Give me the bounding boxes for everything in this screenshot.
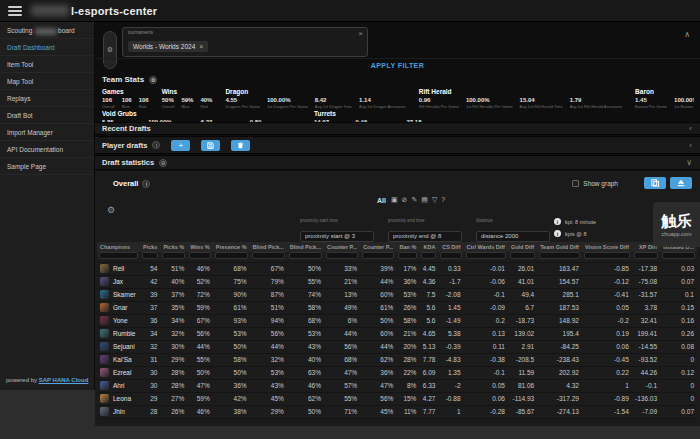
- tab-overall[interactable]: Overall i: [113, 179, 150, 188]
- sidebar-item[interactable]: Draft Bot: [0, 107, 94, 124]
- sidebar-item[interactable]: Item Tool: [0, 56, 94, 73]
- sidebar-item[interactable]: Map Tool: [0, 73, 94, 90]
- column-header[interactable]: Gold Diff: [508, 242, 537, 252]
- column-filter-input[interactable]: [215, 252, 248, 259]
- column-filter-input[interactable]: [99, 252, 138, 259]
- column-header[interactable]: KDA: [419, 242, 438, 252]
- table-row[interactable]: Ahri3028%47%36%43%46%57%47%8%6.33-20.058…: [97, 379, 697, 392]
- column-header[interactable]: Champions: [97, 242, 140, 252]
- stat-cell: -0.89: [582, 392, 632, 405]
- add-draft-button[interactable]: +: [171, 140, 190, 151]
- table-row[interactable]: Ezreal3028%50%50%53%63%47%36%22%6.091.35…: [97, 366, 697, 379]
- column-header[interactable]: Counter P...: [360, 242, 396, 252]
- column-filter-input[interactable]: [252, 252, 285, 259]
- funnel-icon[interactable]: ▽: [432, 196, 437, 204]
- sidebar-item[interactable]: Draft Dashboard: [0, 39, 94, 56]
- column-filter-input[interactable]: [662, 252, 695, 259]
- column-header[interactable]: Team Gold Diff: [537, 242, 582, 252]
- column-filter-input[interactable]: [421, 252, 436, 259]
- column-header[interactable]: Presence %: [213, 242, 250, 252]
- column-filter-input[interactable]: [189, 252, 211, 259]
- show-graph-checkbox[interactable]: [572, 180, 579, 187]
- help-icon[interactable]: ?: [441, 196, 445, 204]
- table-row[interactable]: Rell5451%46%68%67%50%33%39%17%4.450.33-0…: [97, 262, 697, 275]
- sidebar-item[interactable]: Replays: [0, 90, 94, 107]
- column-filter-input[interactable]: [326, 252, 358, 259]
- chevron-down-icon[interactable]: ∨: [686, 158, 692, 167]
- clear-tournaments-icon[interactable]: ×: [358, 29, 363, 38]
- chevron-left-icon[interactable]: ‹: [689, 124, 692, 133]
- column-filter-input[interactable]: [440, 252, 461, 259]
- column-header[interactable]: Blind Pick...: [250, 242, 287, 252]
- table-row[interactable]: Leona2927%59%42%45%62%55%56%15%4.27-0.88…: [97, 392, 697, 405]
- column-filter-input[interactable]: [289, 252, 322, 259]
- info-icon[interactable]: i: [554, 218, 561, 225]
- table-row[interactable]: Jhin2826%46%38%29%50%71%45%11%7.771-0.28…: [97, 405, 697, 418]
- sidebar-item[interactable]: Import Manager: [0, 124, 94, 141]
- table-row[interactable]: Yone3634%67%93%94%68%6%50%58%5.6-1.490.2…: [97, 314, 697, 327]
- apply-filter-button[interactable]: APPLY FILTER: [371, 62, 424, 69]
- ban-icon[interactable]: ⊘: [402, 196, 408, 204]
- table-row[interactable]: Jax4240%52%75%79%55%21%44%36%4.36-1.7-0.…: [97, 275, 697, 288]
- column-filter-input[interactable]: [634, 252, 658, 259]
- column-header[interactable]: Blind Pick...: [287, 242, 324, 252]
- stat-cell: 71%: [324, 405, 360, 418]
- save-draft-button[interactable]: [201, 140, 220, 151]
- column-filter-input[interactable]: [510, 252, 535, 259]
- table-row[interactable]: Rumble3432%56%53%56%53%44%60%21%4.655.38…: [97, 327, 697, 340]
- column-header[interactable]: Picks %: [160, 242, 187, 252]
- copy-stats-button[interactable]: [644, 177, 666, 189]
- hamburger-menu-icon[interactable]: [8, 6, 22, 16]
- distance-input[interactable]: [476, 231, 550, 242]
- column-header[interactable]: Picks: [140, 242, 161, 252]
- proximity-end-input[interactable]: [388, 231, 462, 242]
- table-row[interactable]: Gnar3735%59%61%51%58%49%61%26%5.61.45-0.…: [97, 301, 697, 314]
- stat-cell: -2.08: [438, 288, 463, 301]
- draft-statistics-settings-icon[interactable]: ⚙: [159, 159, 167, 167]
- column-header[interactable]: CS Diff: [438, 242, 463, 252]
- column-filter-input[interactable]: [466, 252, 506, 259]
- overall-info-icon[interactable]: i: [142, 180, 150, 188]
- column-header[interactable]: Ban %: [396, 242, 419, 252]
- column-filter-input[interactable]: [398, 252, 417, 259]
- draft-statistics-bar[interactable]: Draft statistics ⚙ ∨: [95, 155, 700, 170]
- champion-avatar: [100, 394, 109, 403]
- chevron-left-icon[interactable]: ‹: [689, 141, 692, 150]
- column-header[interactable]: Counter P...: [324, 242, 360, 252]
- export-stats-button[interactable]: [670, 177, 692, 189]
- notes-icon[interactable]: ▤: [421, 196, 428, 204]
- stat-metric: 1.45Barons Per Game: [635, 97, 667, 109]
- table-row[interactable]: Skarner3937%72%90%87%74%13%60%53%7.5-2.0…: [97, 288, 697, 301]
- team-stats-settings-icon[interactable]: ⚙: [149, 76, 157, 84]
- column-filter-input[interactable]: [539, 252, 580, 259]
- player-drafts-info-icon[interactable]: i: [152, 141, 160, 149]
- show-graph-toggle[interactable]: Show graph: [572, 180, 618, 187]
- grid-icon[interactable]: ▣: [391, 196, 398, 204]
- column-header[interactable]: Ctrl Wards Diff: [464, 242, 508, 252]
- panel-settings-gear-icon[interactable]: ⚙: [107, 205, 115, 215]
- sap-hana-cloud-link[interactable]: SAP HANA Cloud: [39, 377, 89, 383]
- collapse-filter-icon[interactable]: ∧: [684, 30, 690, 39]
- column-filter-input[interactable]: [162, 252, 185, 259]
- tournaments-multiselect[interactable]: tournaments Worlds - Worlds 2024 × ×: [122, 27, 368, 57]
- sidebar-item[interactable]: Sample Page: [0, 158, 94, 175]
- chip-remove-icon[interactable]: ×: [199, 43, 203, 50]
- table-row[interactable]: Sejuani3230%44%50%44%43%56%44%20%5.13-0.…: [97, 340, 697, 353]
- delete-draft-button[interactable]: [231, 140, 250, 151]
- column-filter-input[interactable]: [584, 252, 630, 259]
- sidebar-item[interactable]: Scouting board: [0, 22, 94, 39]
- proximity-start-input[interactable]: [300, 231, 374, 242]
- player-drafts-bar[interactable]: Player drafts i + ‹: [95, 136, 700, 154]
- info-icon[interactable]: i: [554, 230, 561, 237]
- column-filter-input[interactable]: [362, 252, 394, 259]
- tournament-chip[interactable]: Worlds - Worlds 2024 ×: [128, 41, 208, 52]
- topbar: l-esports-center: [0, 0, 700, 22]
- column-header[interactable]: Wins %: [187, 242, 213, 252]
- table-row[interactable]: Kai'Sa3129%55%58%32%40%68%62%28%7.78-4.8…: [97, 353, 697, 366]
- column-header[interactable]: Vision Score Diff: [582, 242, 632, 252]
- column-filter-input[interactable]: [142, 252, 159, 259]
- recent-drafts-bar[interactable]: Recent Drafts ‹: [95, 122, 700, 135]
- edit-icon[interactable]: ✎: [411, 196, 417, 204]
- sidebar-item[interactable]: API Documentation: [0, 141, 94, 158]
- stat-cell: 57%: [324, 379, 360, 392]
